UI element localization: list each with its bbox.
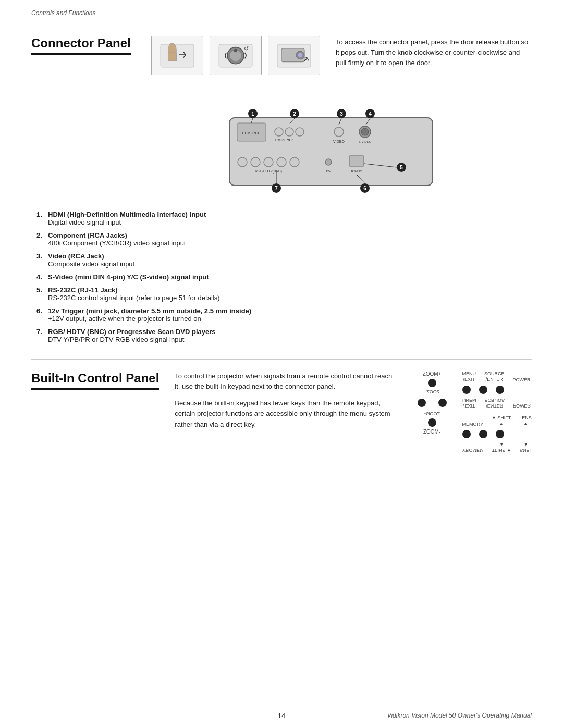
svg-text:RGB/HDTV(BNC): RGB/HDTV(BNC) (255, 169, 282, 174)
memory-label: MEMORY (462, 422, 483, 427)
svg-text:2: 2 (293, 111, 296, 117)
item-1-content: HDMI (High-Definition Multimedia Interfa… (48, 211, 532, 226)
item-7-content: RGB/ HDTV (BNC) or Progressive Scan DVD … (48, 328, 532, 343)
connector-image-3 (268, 36, 320, 75)
page-content: Connector Panel (0, 21, 563, 452)
menu-exit-label: MENU/EXIT (462, 371, 476, 382)
connector-panel-diagram-area: HDMI/RGB PbCb PrCr Y VIDEO S-VIDEO (136, 87, 532, 201)
svg-text:7: 7 (275, 186, 278, 191)
svg-text:4: 4 (369, 111, 372, 117)
source-enter-btn (479, 386, 487, 394)
item-3-content: Video (RCA Jack) Composite video signal … (48, 252, 532, 268)
builtin-panel-descriptions: To control the projector when signals fr… (175, 371, 396, 436)
item-5-number: 5. (36, 286, 48, 302)
svg-point-15 (275, 128, 283, 136)
item-7-title: RGB/ HDTV (BNC) or Progressive Scan DVD … (48, 328, 215, 336)
list-item-5: 5. RS-232C (RJ-11 Jack) RS-232C control … (36, 286, 532, 302)
zoom-minus-label: ZOOM- (423, 429, 440, 435)
list-item-4: 4. S-Video (mini DIN 4-pin) Y/C (S-video… (36, 273, 532, 281)
item-6-title: 12v Trigger (mini jack, diameter 5.5 mm … (48, 307, 251, 315)
svg-text:6: 6 (363, 186, 366, 191)
connector-panel-section: Connector Panel (31, 21, 532, 343)
zoom-keypad: ZOOM+ +ZOOZ -MOOZ ZOOM- (418, 371, 447, 435)
svg-text:1: 1 (251, 111, 254, 117)
connector-image-1 (151, 36, 203, 75)
svg-point-23 (361, 128, 369, 135)
svg-point-31 (325, 159, 332, 165)
svg-text:S-VIDEO: S-VIDEO (359, 140, 372, 143)
list-item-2: 2. Component (RCA Jacks) 480i Component … (36, 231, 532, 247)
item-2-title: Component (RCA Jacks) (48, 231, 127, 239)
lens-btn (496, 430, 504, 438)
connector-panel-title-block: Connector Panel (31, 36, 136, 55)
item-4-number: 4. (36, 273, 48, 281)
manual-title: Vidikron Vision Model 50 Owner's Operati… (387, 712, 532, 719)
connector-panel-title: Connector Panel (31, 36, 131, 55)
list-item-7: 7. RGB/ HDTV (BNC) or Progressive Scan D… (36, 328, 532, 343)
right-btn (438, 399, 447, 407)
item-2-content: Component (RCA Jacks) 480i Component (Y/… (48, 231, 532, 247)
item-4-title: S-Video (mini DIN 4-pin) Y/C (S-video) s… (48, 273, 209, 281)
header-section-label: Controls and Functions (31, 9, 95, 17)
connector-panel-description: To access the connector panel, press the… (336, 36, 532, 68)
power-mirror-label: POWER (513, 403, 531, 408)
memory-mirror-label: YROMEM (462, 447, 484, 452)
enter-mirror-label: /ENTERECRUOS (484, 397, 505, 409)
item-5-desc: RS-232C control signal input (refer to p… (48, 294, 220, 302)
item-7-number: 7. (36, 328, 48, 343)
item-5-content: RS-232C (RJ-11 Jack) RS-232C control sig… (48, 286, 532, 302)
builtin-panel-desc1: To control the projector when signals fr… (175, 371, 396, 392)
menu-keypad: MENU/EXIT SOURCE/ENTER POWER /EXITUNEM /… (462, 371, 532, 452)
svg-point-28 (277, 157, 286, 167)
power-label: POWER (513, 377, 531, 382)
item-6-number: 6. (36, 307, 48, 323)
page-header: Controls and Functions (0, 0, 563, 21)
connector-image-2: ↺ (210, 36, 262, 75)
svg-text:VIDEO: VIDEO (333, 140, 345, 143)
source-enter-label: SOURCE/ENTER (484, 371, 505, 382)
svg-point-20 (334, 127, 344, 137)
zoom-plus-mirror-label: +ZOOZ (424, 389, 439, 394)
svg-point-27 (264, 157, 273, 167)
left-btn (418, 399, 426, 407)
svg-point-26 (251, 157, 260, 167)
exit-mirror-label: /EXITUNEM (462, 397, 476, 409)
builtin-panel-desc2: Because the built-in keypad has fewer ke… (175, 398, 396, 429)
connector-items-list: 1. HDMI (High-Definition Multimedia Inte… (31, 211, 532, 343)
svg-point-16 (285, 128, 293, 136)
list-item-1: 1. HDMI (High-Definition Multimedia Inte… (36, 211, 532, 226)
svg-point-17 (296, 128, 304, 136)
svg-point-25 (238, 157, 247, 167)
zoom-plus-label: ZOOM+ (423, 371, 442, 377)
item-3-title: Video (RCA Jack) (48, 252, 104, 260)
item-5-title: RS-232C (RJ-11 Jack) (48, 286, 118, 294)
item-7-desc: DTV Y/PB/PR or DTV RGB video signal inpu… (48, 336, 184, 343)
menu-exit-btn (462, 386, 471, 394)
shift-btn (479, 430, 487, 438)
svg-rect-33 (349, 156, 364, 166)
page-number: 14 (278, 712, 285, 720)
list-item-6: 6. 12v Trigger (mini jack, diameter 5.5 … (36, 307, 532, 323)
zoom-minus-mirror-label: -MOOZ (424, 411, 440, 416)
item-1-number: 1. (36, 211, 48, 226)
builtin-panel-section: Built-In Control Panel To control the pr… (31, 360, 532, 452)
memory-btn (462, 430, 471, 438)
builtin-panel-header-row: Built-In Control Panel To control the pr… (31, 371, 532, 452)
item-2-number: 2. (36, 231, 48, 247)
svg-rect-2 (168, 53, 176, 61)
lens-mirror-label: SNEL▲ (519, 441, 532, 453)
list-item-3: 3. Video (RCA Jack) Composite video sign… (36, 252, 532, 268)
item-3-number: 3. (36, 252, 48, 268)
builtin-panel-title: Built-In Control Panel (31, 371, 159, 390)
zoom-minus-btn (428, 418, 436, 427)
svg-text:HDMI/RGB: HDMI/RGB (242, 131, 261, 135)
svg-point-11 (298, 53, 303, 58)
zoom-plus-btn (428, 379, 436, 387)
svg-rect-0 (161, 44, 194, 67)
svg-text:RS-232: RS-232 (351, 170, 362, 173)
item-2-desc: 480i Component (Y/CB/CR) video signal in… (48, 239, 186, 247)
shift-mirror-label: TFIHS ▼▲ (492, 441, 511, 453)
power-btn (496, 386, 504, 394)
item-4-content: S-Video (mini DIN 4-pin) Y/C (S-video) s… (48, 273, 532, 281)
item-6-desc: +12V output, active when the projector i… (48, 315, 201, 323)
